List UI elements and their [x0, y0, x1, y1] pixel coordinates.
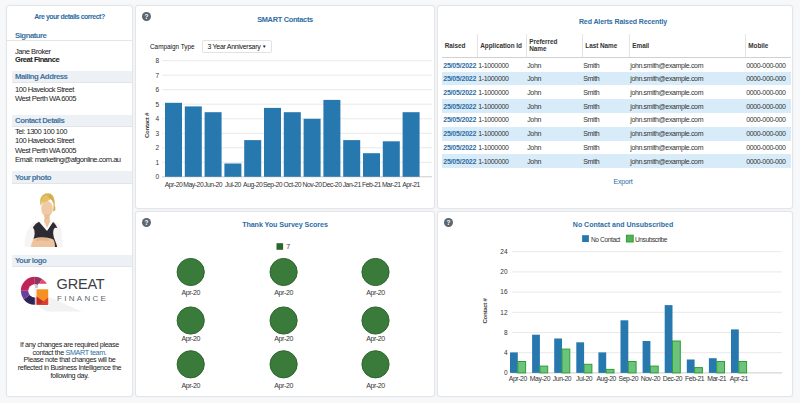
svg-text:Sep-20: Sep-20: [619, 375, 639, 383]
svg-text:Contact #: Contact #: [481, 298, 488, 324]
svg-text:FINANCE: FINANCE: [57, 294, 108, 303]
svg-text:12: 12: [500, 309, 508, 316]
svg-text:16: 16: [500, 288, 508, 295]
svg-text:4: 4: [155, 115, 159, 122]
svg-text:Nov-20: Nov-20: [302, 181, 322, 188]
svg-text:Apr-20: Apr-20: [274, 382, 293, 390]
svg-text:Apr-20: Apr-20: [366, 289, 385, 297]
svg-text:May-20: May-20: [530, 375, 551, 383]
svg-text:Unsubscribe: Unsubscribe: [635, 236, 668, 243]
svg-text:Apr-20: Apr-20: [181, 382, 200, 390]
svg-text:2: 2: [155, 144, 159, 151]
svg-text:6: 6: [155, 86, 159, 93]
svg-text:Sep-20: Sep-20: [263, 181, 283, 189]
svg-text:Jan-21: Jan-21: [343, 181, 362, 188]
svg-text:Jun-20: Jun-20: [553, 375, 572, 382]
svg-text:Apr-21: Apr-21: [730, 375, 749, 383]
svg-text:7: 7: [155, 72, 159, 79]
svg-text:0: 0: [504, 369, 508, 376]
svg-text:Mar-21: Mar-21: [382, 181, 401, 188]
svg-text:Apr-20: Apr-20: [509, 375, 528, 383]
svg-text:Oct-20: Oct-20: [283, 181, 301, 188]
svg-text:7: 7: [286, 243, 290, 250]
svg-text:1: 1: [155, 159, 159, 166]
svg-text:Apr-20: Apr-20: [165, 181, 183, 189]
svg-text:Apr-20: Apr-20: [366, 382, 385, 390]
svg-text:Apr-20: Apr-20: [366, 335, 385, 343]
svg-text:Apr-20: Apr-20: [181, 335, 200, 343]
svg-text:Aug-20: Aug-20: [243, 181, 263, 189]
svg-text:4: 4: [504, 349, 508, 356]
svg-text:Dec-20: Dec-20: [322, 181, 342, 188]
svg-text:8: 8: [155, 57, 159, 64]
svg-text:0: 0: [155, 173, 159, 180]
svg-text:5: 5: [155, 101, 159, 108]
svg-text:Feb-21: Feb-21: [362, 181, 382, 188]
svg-text:Mar-21: Mar-21: [707, 375, 727, 382]
svg-text:No Contact: No Contact: [591, 236, 621, 243]
svg-text:Contact #: Contact #: [143, 112, 150, 138]
svg-text:May-20: May-20: [183, 181, 204, 189]
svg-text:20: 20: [500, 268, 508, 275]
svg-text:Aug-20: Aug-20: [596, 375, 616, 383]
svg-text:3: 3: [155, 130, 159, 137]
svg-text:Jul-20: Jul-20: [225, 181, 241, 188]
svg-text:Dec-20: Dec-20: [663, 375, 683, 382]
svg-text:GREAT: GREAT: [57, 276, 105, 292]
svg-text:Jun-20: Jun-20: [204, 181, 223, 188]
svg-text:Apr-20: Apr-20: [181, 289, 200, 297]
svg-text:Nov-20: Nov-20: [641, 375, 661, 382]
svg-text:Apr-20: Apr-20: [274, 335, 293, 343]
svg-text:Jul-20: Jul-20: [576, 375, 593, 382]
svg-text:Apr-20: Apr-20: [274, 289, 293, 297]
svg-text:24: 24: [500, 248, 508, 255]
svg-text:8: 8: [504, 329, 508, 336]
svg-text:Apr-21: Apr-21: [402, 181, 420, 189]
svg-text:Feb-21: Feb-21: [685, 375, 705, 382]
